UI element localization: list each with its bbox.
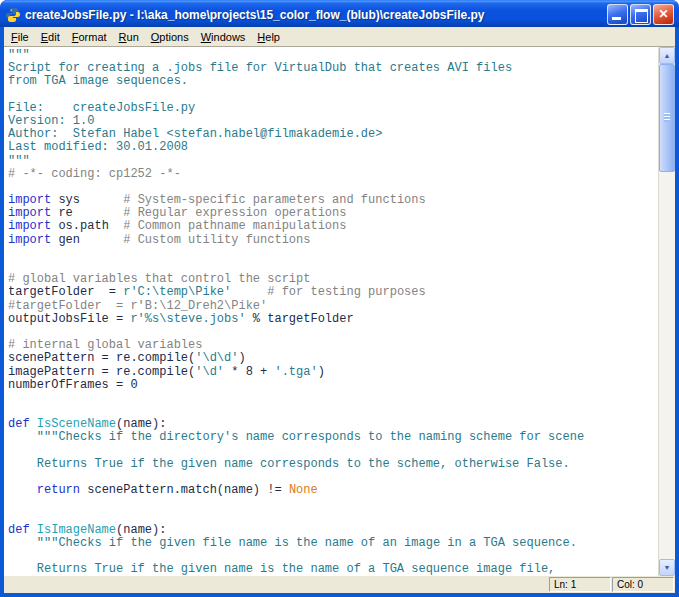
code-line	[8, 247, 658, 260]
code-editor[interactable]: """Script for creating a .jobs file for …	[4, 47, 658, 576]
scroll-up-button[interactable]: ▲	[659, 47, 675, 64]
minimize-button[interactable]	[607, 4, 628, 25]
python-icon	[5, 7, 21, 23]
code-line	[8, 497, 658, 510]
code-line: """Checks if the directory's name corres…	[8, 431, 658, 444]
code-line	[8, 392, 658, 405]
menu-item-run[interactable]: Run	[113, 29, 145, 45]
status-col-indicator: Col: 0	[612, 577, 674, 592]
title-bar[interactable]: createJobsFile.py - I:\aka_home\projects…	[0, 0, 679, 27]
window-title: createJobsFile.py - I:\aka_home\projects…	[25, 8, 601, 22]
window-controls	[607, 4, 674, 25]
menu-item-options[interactable]: Options	[145, 29, 195, 45]
code-line: Returns True if the given name correspon…	[8, 458, 658, 471]
maximize-button[interactable]	[630, 4, 651, 25]
menu-bar: FileEditFormatRunOptionsWindowsHelp	[4, 27, 675, 46]
menu-item-help[interactable]: Help	[251, 29, 286, 45]
menu-item-windows[interactable]: Windows	[195, 29, 252, 45]
scrollbar-track[interactable]	[659, 64, 675, 559]
code-line: Returns True if the given name is the na…	[8, 563, 658, 576]
code-line: Last modified: 30.01.2008	[8, 141, 658, 154]
scroll-down-button[interactable]: ▼	[659, 559, 675, 576]
code-line: # -*- coding: cp1252 -*-	[8, 168, 658, 181]
status-line-indicator: Ln: 1	[549, 577, 611, 592]
idle-editor-window: createJobsFile.py - I:\aka_home\projects…	[0, 0, 679, 597]
status-bar: Ln: 1 Col: 0	[4, 576, 675, 593]
code-line: """Checks if the given file name is the …	[8, 537, 658, 550]
menu-item-format[interactable]: Format	[66, 29, 113, 45]
window-frame: FileEditFormatRunOptionsWindowsHelp """S…	[4, 27, 675, 593]
menu-item-file[interactable]: File	[5, 29, 35, 45]
menu-item-edit[interactable]: Edit	[35, 29, 66, 45]
code-line: from TGA image sequences.	[8, 75, 658, 88]
code-line: return scenePattern.match(name) != None	[8, 484, 658, 497]
editor-content: """Script for creating a .jobs file for …	[4, 46, 675, 576]
code-line: import gen # Custom utility functions	[8, 234, 658, 247]
code-line: File: createJobsFile.py	[8, 102, 658, 115]
code-line: outputJobsFile = r'%s\steve.jobs' % targ…	[8, 313, 658, 326]
scrollbar-thumb[interactable]	[659, 64, 675, 172]
vertical-scrollbar[interactable]: ▲ ▼	[658, 47, 675, 576]
close-button[interactable]	[653, 4, 674, 25]
code-line: numberOfFrames = 0	[8, 379, 658, 392]
